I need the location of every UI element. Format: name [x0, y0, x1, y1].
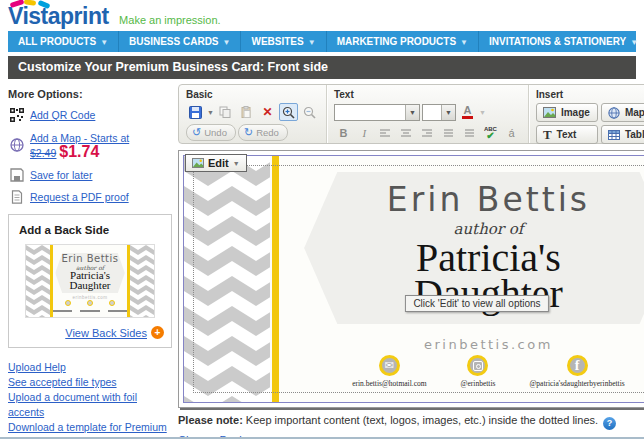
font-color-caret[interactable]: ▼	[479, 109, 486, 116]
email-icon	[65, 300, 71, 306]
delete-button[interactable]: ✕	[258, 103, 277, 121]
contact-facebook[interactable]: f @patricia'sdaughterbyerinbettis	[529, 355, 624, 388]
nav-item-invitations-stationery[interactable]: INVITATIONS & STATIONERY▼	[479, 31, 644, 52]
chevron-pattern-right	[130, 245, 154, 317]
map-old-price: $2.49	[30, 147, 56, 159]
insert-text-button[interactable]: T Text	[536, 125, 598, 144]
font-family-select[interactable]: ▼	[334, 104, 420, 121]
main-nav: ALL PRODUCTS▼ BUSINESS CARDS▼ WEBSITES▼ …	[8, 31, 636, 52]
design-canvas[interactable]: Erin Bettis author of Patricia's Daughte…	[178, 150, 644, 408]
numbered-list-button[interactable]	[460, 124, 479, 142]
add-map-option[interactable]: Add a Map - Starts at $2.49$1.74	[8, 130, 172, 160]
font-color-button[interactable]: A	[458, 103, 477, 121]
business-card-front[interactable]: Erin Bettis author of Patricia's Daughte…	[183, 155, 644, 403]
note-label: Please note:	[178, 414, 243, 426]
save-button[interactable]	[186, 103, 205, 121]
more-options-label: More Options:	[8, 88, 172, 100]
zoom-out-icon	[303, 106, 316, 119]
back-side-title: Add a Back Side	[16, 224, 164, 236]
align-left-button[interactable]	[376, 124, 395, 142]
help-links: Upload Help See accepted file types Uplo…	[8, 360, 172, 439]
save-dropdown-caret[interactable]: ▼	[207, 109, 214, 116]
note-text: Keep important content (text, logos, ima…	[243, 414, 598, 426]
italic-button[interactable]: I	[355, 124, 374, 142]
insert-image-button[interactable]: Image	[536, 103, 598, 122]
spellcheck-button[interactable]: ABC✔	[481, 124, 500, 142]
image-icon	[192, 158, 204, 168]
logo-text: Vistaprint	[8, 3, 109, 29]
card-website[interactable]: erinbettis.com	[279, 337, 644, 352]
bold-button[interactable]: B	[334, 124, 353, 142]
chevron-down-icon: ▼	[630, 38, 638, 47]
chevron-down-icon: ▼	[223, 38, 231, 47]
qr-code-icon	[10, 108, 24, 122]
toolbar-group-text: Text ▼ ▼ A ▼ B I	[327, 85, 529, 143]
save-for-later-link[interactable]: Save for later	[30, 169, 92, 181]
view-back-sides-link[interactable]: View Back Sides	[65, 327, 147, 339]
undo-button[interactable]: ↺ Undo	[186, 124, 236, 141]
align-center-button[interactable]	[397, 124, 416, 142]
contact-email[interactable]: ✉ erin.bettis@hotmail.com	[352, 355, 426, 388]
map-globe-icon	[608, 107, 620, 119]
card-contacts: ✉ erin.bettis@hotmail.com @erinbettis f …	[279, 355, 644, 388]
chevron-down-icon: ▼	[233, 160, 240, 167]
upload-help-link[interactable]: Upload Help	[8, 361, 66, 373]
undo-icon: ↺	[192, 127, 201, 138]
add-qr-code-option[interactable]: Add QR Code	[8, 108, 172, 122]
align-left-icon	[380, 128, 390, 139]
save-for-later-option[interactable]: Save for later	[8, 168, 172, 182]
mini-card-icons	[53, 300, 127, 306]
editor-toolbar: Basic ▼	[178, 84, 644, 144]
save-icon	[189, 106, 202, 119]
mini-card-contact-lines	[53, 310, 127, 312]
instagram-icon	[467, 355, 488, 376]
edit-tooltip: Click 'Edit' to view all options	[405, 295, 548, 312]
special-character-button[interactable]: á	[502, 124, 521, 142]
note-help-button[interactable]: ?	[603, 417, 616, 430]
redo-icon: ↻	[244, 127, 253, 138]
bullet-list-button[interactable]	[439, 124, 458, 142]
paste-icon	[240, 106, 252, 118]
pdf-proof-link[interactable]: Request a PDF proof	[30, 191, 129, 203]
align-right-button[interactable]	[418, 124, 437, 142]
toolbar-group-basic: Basic ▼	[179, 85, 327, 143]
copy-button[interactable]	[216, 103, 235, 121]
nav-item-business-cards[interactable]: BUSINESS CARDS▼	[119, 31, 241, 52]
insert-label: Insert	[536, 89, 644, 100]
font-size-select[interactable]: ▼	[422, 104, 456, 121]
back-side-preview[interactable]: Erin Bettis author of Patricia's Daughte…	[25, 244, 155, 318]
editor-main: Basic ▼	[172, 79, 644, 439]
delete-x-icon: ✕	[262, 105, 272, 119]
font-color-icon: A	[462, 105, 473, 119]
text-T-icon: T	[543, 127, 552, 143]
gold-stripe-left	[272, 156, 279, 402]
zoom-in-button[interactable]	[279, 103, 298, 121]
chevron-down-icon: ▼	[460, 38, 468, 47]
facebook-icon: f	[567, 355, 588, 376]
facebook-icon	[109, 300, 115, 306]
card-name[interactable]: Erin Bettis	[279, 180, 644, 219]
footer-note-area: Please note: Keep important content (tex…	[178, 414, 644, 439]
numbered-list-icon	[465, 128, 474, 139]
insert-map-button[interactable]: Map	[601, 103, 644, 122]
page-title: Customize Your Premium Business Card: Fr…	[8, 56, 636, 79]
nav-item-marketing-products[interactable]: MARKETING PRODUCTS▼	[327, 31, 479, 52]
zoom-in-icon	[282, 106, 295, 119]
foil-accents-link[interactable]: Upload a document with foil accents	[8, 391, 137, 418]
paste-button[interactable]	[237, 103, 256, 121]
zoom-out-button[interactable]	[300, 103, 319, 121]
insert-table-button[interactable]: Table	[601, 125, 644, 144]
contact-instagram[interactable]: @erinbettis	[461, 355, 496, 388]
add-qr-code-link[interactable]: Add QR Code	[30, 109, 95, 121]
align-center-icon	[401, 128, 411, 139]
accepted-file-types-link[interactable]: See accepted file types	[8, 376, 117, 388]
vistaprint-logo[interactable]: Vistaprint	[8, 3, 109, 30]
nav-item-websites[interactable]: WEBSITES▼	[241, 31, 326, 52]
add-back-side-panel: Add a Back Side Erin Bettis author of Pa…	[8, 214, 172, 348]
edit-button[interactable]: Edit ▼	[185, 154, 247, 172]
nav-item-all-products[interactable]: ALL PRODUCTS▼	[8, 31, 119, 52]
redo-button[interactable]: ↻ Redo	[238, 124, 288, 141]
plus-circle-icon[interactable]: +	[151, 326, 164, 339]
pdf-proof-option[interactable]: Request a PDF proof	[8, 190, 172, 204]
card-center-panel[interactable]: Erin Bettis author of Patricia's Daughte…	[279, 156, 644, 402]
